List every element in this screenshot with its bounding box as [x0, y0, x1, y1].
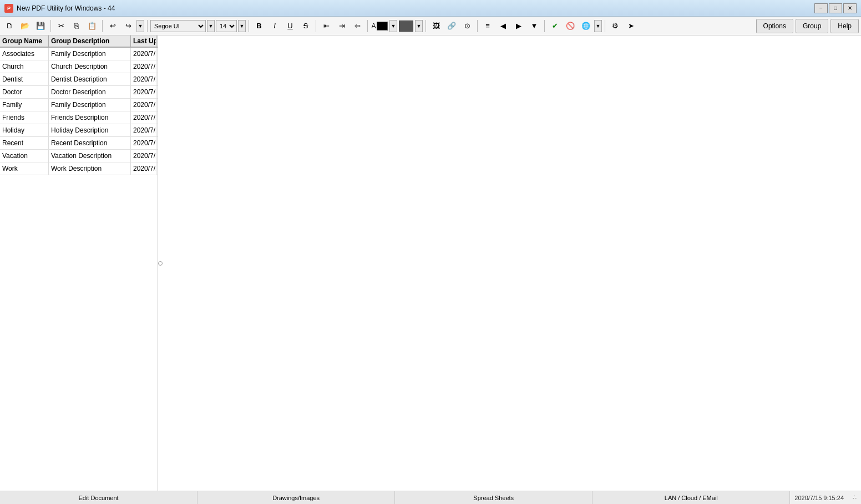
- indent-more-button[interactable]: ▶: [511, 19, 526, 33]
- cell-last-date: 2020/7/1: [131, 48, 156, 60]
- italic-button[interactable]: I: [267, 19, 282, 33]
- tools-button[interactable]: ⚙: [608, 19, 622, 33]
- paste-button[interactable]: 📋: [85, 19, 99, 33]
- cell-group-desc: Church Description: [49, 60, 131, 73]
- cell-last-date: 2020/7/1: [131, 162, 156, 175]
- unordered-list-button[interactable]: ≡: [480, 19, 495, 33]
- cell-last-date: 2020/7/1: [131, 111, 156, 124]
- sep5: [316, 20, 316, 32]
- cell-group-name: Church: [0, 60, 49, 73]
- cell-group-desc: Vacation Description: [49, 150, 131, 162]
- color-dropdown[interactable]: ▼: [389, 20, 397, 32]
- window-controls: − □ ✕: [814, 3, 857, 13]
- table-row[interactable]: Vacation Vacation Description 2020/7/1: [0, 150, 158, 162]
- maximize-button[interactable]: □: [829, 3, 842, 13]
- strikethrough-button[interactable]: S: [298, 19, 313, 33]
- image-button[interactable]: 🖼: [429, 19, 443, 33]
- app-icon: P: [4, 4, 13, 13]
- minimize-button[interactable]: −: [814, 3, 828, 13]
- size-dropdown[interactable]: ▼: [238, 20, 246, 32]
- undo-dropdown[interactable]: ▼: [136, 20, 144, 32]
- globe-dropdown[interactable]: ▼: [594, 20, 602, 32]
- redo-button[interactable]: ↪: [121, 19, 135, 33]
- group-button[interactable]: Group: [796, 19, 828, 33]
- font-size-select[interactable]: 14: [216, 20, 237, 32]
- align-right-button[interactable]: ⇦: [350, 19, 364, 33]
- align-center-button[interactable]: ⇥: [335, 19, 349, 33]
- table-area: Group Name Group Description Last Upd As…: [0, 35, 158, 491]
- table-row[interactable]: Associates Family Description 2020/7/1: [0, 48, 158, 60]
- cell-group-desc: Recent Description: [49, 137, 131, 149]
- bold-button[interactable]: B: [252, 19, 266, 33]
- cell-last-date: 2020/7/1: [131, 73, 156, 85]
- col-header-group-name: Group Name: [0, 35, 49, 47]
- globe-button[interactable]: 🌐: [579, 19, 593, 33]
- table-row[interactable]: Recent Recent Description 2020/7/1: [0, 137, 158, 150]
- cell-group-desc: Holiday Description: [49, 124, 131, 136]
- indent-less-button[interactable]: ◀: [496, 19, 510, 33]
- link-button[interactable]: 🔗: [444, 19, 459, 33]
- font-dropdown[interactable]: ▼: [207, 20, 215, 32]
- cell-last-date: 2020/7/1: [131, 137, 156, 149]
- col-header-group-desc: Group Description: [49, 35, 131, 47]
- table-row[interactable]: Doctor Doctor Description 2020/7/1: [0, 86, 158, 99]
- tab-lan-cloud-email[interactable]: LAN / Cloud / EMail: [592, 491, 790, 504]
- table-row[interactable]: Dentist Dentist Description 2020/7/1: [0, 73, 158, 86]
- table-row[interactable]: Family Family Description 2020/7/1: [0, 99, 158, 111]
- status-bar: Edit Document Drawings/Images Spread She…: [0, 491, 861, 504]
- cell-group-name: Recent: [0, 137, 49, 149]
- cancel-button[interactable]: 🚫: [563, 19, 578, 33]
- help-button[interactable]: Help: [830, 19, 859, 33]
- table-row[interactable]: Holiday Holiday Description 2020/7/1: [0, 124, 158, 137]
- sep9: [544, 20, 545, 32]
- bullet-button[interactable]: ⊙: [460, 19, 474, 33]
- sep8: [477, 20, 478, 32]
- close-button[interactable]: ✕: [843, 3, 857, 13]
- color-swatch2: [399, 21, 413, 32]
- cell-group-desc: Doctor Description: [49, 86, 131, 98]
- cell-group-desc: Dentist Description: [49, 73, 131, 85]
- cell-group-desc: Work Description: [49, 162, 131, 175]
- tools2-button[interactable]: ➤: [624, 19, 638, 33]
- align-left-button[interactable]: ⇤: [319, 19, 333, 33]
- cell-group-name: Associates: [0, 48, 49, 60]
- new-button[interactable]: 🗋: [2, 19, 17, 33]
- font-select[interactable]: Segoe UI: [150, 20, 206, 32]
- cut-button[interactable]: ✂: [54, 19, 68, 33]
- tab-edit-document[interactable]: Edit Document: [0, 491, 197, 504]
- cell-group-name: Doctor: [0, 86, 49, 98]
- table-row[interactable]: Work Work Description 2020/7/1: [0, 162, 158, 175]
- cell-last-date: 2020/7/1: [131, 124, 156, 136]
- open-button[interactable]: 📂: [18, 19, 32, 33]
- status-datetime: 2020/7/15 9:15:24: [790, 495, 848, 501]
- action-buttons: Options Group Help: [756, 19, 859, 33]
- copy-button[interactable]: ⎘: [69, 19, 84, 33]
- status-indicator: ∴: [848, 494, 861, 501]
- options-button[interactable]: Options: [756, 19, 793, 33]
- undo-button[interactable]: ↩: [105, 19, 120, 33]
- sep10: [605, 20, 605, 32]
- color-swatch: [377, 22, 388, 30]
- list-dropdown-button[interactable]: ▼: [527, 19, 541, 33]
- check-button[interactable]: ✔: [548, 19, 562, 33]
- sep2: [102, 20, 103, 32]
- tab-drawings-images[interactable]: Drawings/Images: [197, 491, 395, 504]
- color2-dropdown[interactable]: ▼: [415, 20, 423, 32]
- cell-last-date: 2020/7/1: [131, 86, 156, 98]
- underline-button[interactable]: U: [283, 19, 297, 33]
- table-header: Group Name Group Description Last Upd: [0, 35, 158, 48]
- toolbar: 🗋 📂 💾 ✂ ⎘ 📋 ↩ ↪ ▼ Segoe UI ▼ 14 ▼ B I U …: [0, 17, 861, 35]
- cell-group-name: Holiday: [0, 124, 49, 136]
- col-header-last-upd: Last Upd: [131, 35, 156, 47]
- tab-spread-sheets[interactable]: Spread Sheets: [395, 491, 592, 504]
- font-color-button[interactable]: A: [371, 19, 388, 33]
- sep6: [367, 20, 368, 32]
- cell-group-name: Work: [0, 162, 49, 175]
- save-button[interactable]: 💾: [33, 19, 48, 33]
- table-row[interactable]: Friends Friends Description 2020/7/1: [0, 111, 158, 124]
- cell-group-name: Dentist: [0, 73, 49, 85]
- table-row[interactable]: Church Church Description 2020/7/1: [0, 60, 158, 73]
- resize-handle[interactable]: [158, 261, 163, 266]
- window-title: New PDF Utility for Windows - 44: [17, 4, 814, 12]
- sep1: [50, 20, 51, 32]
